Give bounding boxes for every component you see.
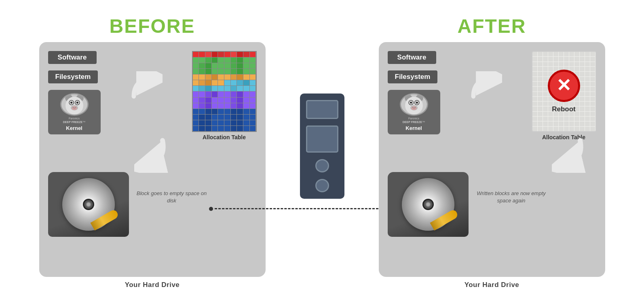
before-kernel-badge: FaronicsDEEP FREEZE™ Kernel <box>48 90 101 134</box>
after-hdd-inner <box>426 202 431 207</box>
before-filesystem-label: Filesystem <box>48 70 98 83</box>
before-alloc-grid <box>192 51 257 132</box>
server-icon <box>300 94 344 199</box>
before-deepfreeze-text: FaronicsDEEP FREEZE™ <box>63 117 86 124</box>
after-reboot-text: Reboot <box>552 105 576 113</box>
before-hdd-icon <box>48 172 129 243</box>
after-hdd-label: Your Hard Drive <box>465 281 519 289</box>
bear-svg <box>61 93 87 116</box>
server-btn-2 <box>315 179 329 192</box>
after-panel: AFTER Software Filesystem <box>375 15 609 289</box>
after-kernel-badge: FaronicsDEEP FREEZE™ Kernel <box>388 90 440 134</box>
before-left-stack: Software Filesystem <box>48 51 101 134</box>
before-software-label: Software <box>48 51 97 64</box>
before-bear-icon <box>60 93 89 116</box>
before-box: Software Filesystem <box>39 42 266 277</box>
svg-point-19 <box>416 102 418 104</box>
center-section <box>270 94 375 211</box>
before-block-note-wrap: Block goes to empty space on disk <box>135 172 208 204</box>
after-down-arrow-wrap <box>388 136 596 173</box>
after-filesystem-label: Filesystem <box>388 70 438 83</box>
after-left-stack: Software Filesystem <box>388 51 440 134</box>
after-top-row: Software Filesystem <box>388 51 596 140</box>
after-hdd-section: Written blocks are now empty space again <box>388 172 596 243</box>
before-panel: BEFORE Software Filesystem <box>35 15 270 289</box>
before-title: BEFORE <box>109 15 195 37</box>
before-kernel-label: Kernel <box>66 125 82 131</box>
server-btn-1 <box>315 159 329 172</box>
after-hdd-icon <box>388 172 469 243</box>
svg-point-6 <box>70 102 72 104</box>
after-kernel-label: Kernel <box>405 125 422 131</box>
svg-point-18 <box>410 102 412 104</box>
after-reboot-x-circle: ✕ <box>548 70 580 102</box>
main-container: BEFORE Software Filesystem <box>7 15 638 289</box>
after-deepfreeze-text: FaronicsDEEP FREEZE™ <box>403 117 425 124</box>
before-down-arrow-wrap <box>48 136 257 173</box>
before-hdd-label: Your Hard Drive <box>125 281 180 289</box>
after-software-label: Software <box>388 51 436 64</box>
before-down-arrow-icon <box>134 136 171 173</box>
svg-point-7 <box>76 102 78 104</box>
after-block-note-wrap: Written blocks are now empty space again <box>475 172 548 204</box>
after-arrow-icon <box>470 71 502 104</box>
after-block-note: Written blocks are now empty space again <box>475 190 548 204</box>
dashed-dot-left <box>209 207 213 211</box>
after-box: Software Filesystem <box>379 42 605 277</box>
after-hdd-center <box>422 199 434 210</box>
after-hdd-row: Written blocks are now empty space again <box>388 172 596 243</box>
before-top-row: Software Filesystem <box>48 51 257 140</box>
after-bear-icon <box>400 93 428 116</box>
after-bear-svg <box>401 93 427 116</box>
server-slot-1 <box>306 100 338 119</box>
after-reboot-x-icon: ✕ <box>556 77 571 94</box>
after-down-arrow-icon <box>552 136 588 173</box>
before-hdd-center <box>83 199 94 210</box>
before-alloc-wrap: Allocation Table <box>192 51 257 140</box>
server-slot-2 <box>306 125 338 153</box>
after-alloc-wrap: ✕ Reboot Allocation Table <box>532 51 596 140</box>
after-title: AFTER <box>458 15 526 37</box>
after-reboot-box: ✕ Reboot <box>532 51 596 132</box>
before-arrow-wrap <box>130 51 163 104</box>
before-block-note: Block goes to empty space on disk <box>135 190 208 204</box>
before-arrow-icon <box>130 71 163 104</box>
after-hdd-body <box>388 172 469 237</box>
after-arrow-wrap <box>470 51 502 104</box>
before-hdd-body <box>48 172 129 237</box>
before-hdd-inner <box>86 202 91 207</box>
